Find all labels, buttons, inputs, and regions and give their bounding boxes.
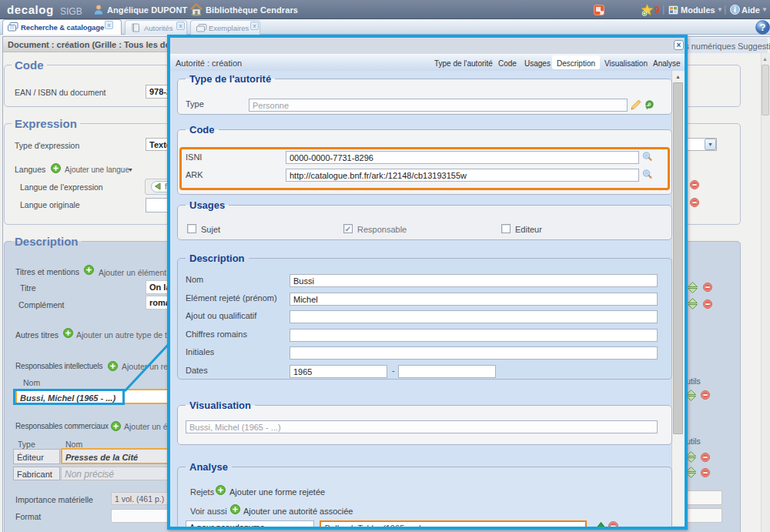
svg-text:?: ?: [760, 22, 766, 33]
